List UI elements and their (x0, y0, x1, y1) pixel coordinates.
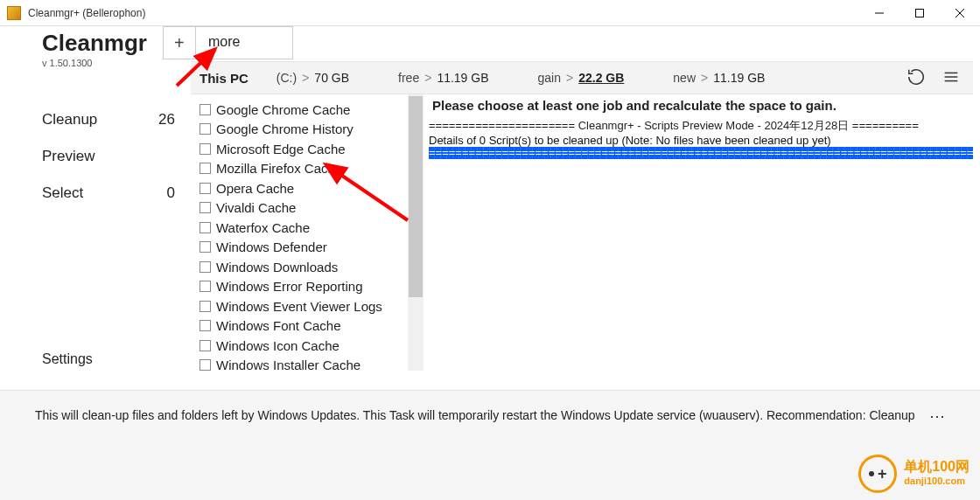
stat-gain: gain > 22.2 GB (538, 71, 625, 85)
app-name: Cleanmgr (42, 30, 147, 57)
stat-free-key: free (398, 71, 419, 85)
window-title: Cleanmgr+ (Bellerophon) (28, 7, 859, 19)
banner-eq-left: ====================== (429, 119, 575, 132)
job-label: Mozilla Firefox Cache (216, 161, 342, 176)
svg-rect-1 (916, 9, 924, 17)
watermark: + 单机100网 danji100.com (858, 455, 970, 493)
nav-select-count: 0 (167, 184, 175, 202)
job-checkbox[interactable] (200, 320, 211, 331)
job-row[interactable]: Windows Font Cache (200, 316, 416, 337)
job-row[interactable]: Windows Event Viewer Logs (200, 296, 416, 316)
job-row[interactable]: Waterfox Cache (200, 218, 416, 238)
watermark-line2: danji100.com (904, 474, 970, 488)
arrow-gt-icon: > (566, 71, 573, 85)
nav-cleanup-label: Cleanup (42, 111, 97, 128)
stat-gain-val[interactable]: 22.2 GB (578, 71, 624, 85)
job-row[interactable]: Opera Cache (200, 178, 416, 198)
job-label: Google Chrome Cache (216, 102, 350, 117)
bottom-help-text: This will clean-up files and folders lef… (35, 406, 929, 500)
tab-more[interactable]: more (196, 26, 293, 59)
job-row[interactable]: Windows Error Reporting (200, 277, 416, 297)
arrow-gt-icon: > (701, 71, 708, 85)
window-controls (859, 0, 980, 26)
nav-preview[interactable]: Preview (42, 138, 191, 175)
job-label: Windows Downloads (216, 260, 338, 274)
stat-gain-key: gain (538, 71, 561, 85)
stat-free-val: 11.19 GB (437, 71, 488, 85)
blue-eq-text: ========================================… (429, 146, 973, 159)
job-label: Google Chrome History (216, 122, 354, 136)
preview-instruction: Please choose at least one job and recal… (429, 94, 973, 118)
job-checkbox[interactable] (200, 163, 211, 174)
stat-drive: (C:) > 70 GB (276, 71, 349, 85)
job-checkbox[interactable] (200, 359, 211, 371)
job-checkbox[interactable] (200, 340, 211, 351)
job-list-scrollbar[interactable] (408, 94, 424, 371)
job-row[interactable]: Windows Defender (200, 238, 416, 258)
nav-select[interactable]: Select 0 (42, 175, 191, 212)
watermark-text: 单机100网 danji100.com (904, 460, 970, 488)
job-label: Windows Defender (216, 240, 327, 254)
stats-bar: This PC (C:) > 70 GB free > 11.19 GB gai… (191, 61, 973, 94)
stat-drive-key: (C:) (276, 71, 297, 85)
job-checkbox[interactable] (200, 123, 211, 135)
preview-pane: Please choose at least one job and recal… (429, 94, 973, 159)
refresh-icon[interactable] (906, 67, 926, 89)
job-row[interactable]: Windows Icon Cache (200, 336, 416, 356)
stat-drive-val: 70 GB (314, 71, 349, 85)
job-checkbox[interactable] (200, 261, 211, 273)
scrollbar-thumb[interactable] (409, 96, 423, 297)
job-row[interactable]: Microsoft Edge Cache (200, 139, 416, 159)
job-row[interactable]: Windows Downloads (200, 257, 416, 277)
stats-scope: This PC (200, 71, 248, 86)
nav-settings[interactable]: Settings (42, 351, 93, 367)
job-label: Windows Icon Cache (216, 338, 340, 353)
job-row[interactable]: Google Chrome History (200, 120, 416, 140)
job-row[interactable]: Mozilla Firefox Cache (200, 159, 416, 179)
job-label: Windows Event Viewer Logs (216, 299, 382, 314)
arrow-gt-icon: > (424, 71, 431, 85)
close-button[interactable] (940, 0, 980, 26)
job-label: Opera Cache (216, 181, 294, 196)
bottom-help-bar: This will clean-up files and folders lef… (0, 390, 980, 500)
watermark-icon: + (858, 455, 897, 493)
nav-select-label: Select (42, 184, 83, 202)
job-list[interactable]: Google Chrome CacheGoogle Chrome History… (191, 94, 420, 371)
preview-selected-row[interactable]: ========================================… (429, 147, 973, 159)
job-label: Windows Error Reporting (216, 279, 363, 294)
job-row[interactable]: Windows Installer Cache (200, 356, 416, 372)
job-checkbox[interactable] (200, 281, 211, 292)
job-checkbox[interactable] (200, 241, 211, 253)
arrow-gt-icon: > (302, 71, 309, 85)
job-label: Waterfox Cache (216, 220, 310, 235)
title-bar: Cleanmgr+ (Bellerophon) (0, 0, 980, 26)
stat-new-val: 11.19 GB (713, 71, 765, 85)
job-checkbox[interactable] (200, 222, 211, 233)
nav-cleanup[interactable]: Cleanup 26 (42, 101, 191, 138)
watermark-line1: 单机100网 (904, 460, 970, 474)
app-icon (7, 6, 21, 20)
job-checkbox[interactable] (200, 143, 211, 155)
banner-eq-right: ========== (852, 119, 919, 132)
job-checkbox[interactable] (200, 183, 211, 194)
job-checkbox[interactable] (200, 202, 211, 213)
stat-free: free > 11.19 GB (398, 71, 488, 85)
job-row[interactable]: Google Chrome Cache (200, 100, 416, 120)
job-label: Vivaldi Cache (216, 200, 296, 215)
job-label: Microsoft Edge Cache (216, 142, 346, 156)
banner-mid: Cleanmgr+ - Scripts Preview Mode - 2024年… (575, 119, 852, 132)
nav-preview-label: Preview (42, 148, 94, 165)
job-checkbox[interactable] (200, 301, 211, 312)
stat-new-key: new (673, 71, 696, 85)
nav-cleanup-count: 26 (158, 111, 175, 128)
job-label: Windows Font Cache (216, 318, 341, 333)
add-tab-button[interactable]: + (163, 26, 196, 59)
job-checkbox[interactable] (200, 104, 211, 115)
hamburger-icon[interactable] (942, 67, 961, 89)
minimize-button[interactable] (859, 0, 900, 26)
preview-banner: ====================== Cleanmgr+ - Scrip… (429, 118, 973, 134)
preview-details: Details of 0 Script(s) to be cleaned up … (429, 134, 973, 147)
maximize-button[interactable] (900, 0, 940, 26)
job-row[interactable]: Vivaldi Cache (200, 198, 416, 219)
header-row: Cleanmgr + more (0, 26, 980, 61)
